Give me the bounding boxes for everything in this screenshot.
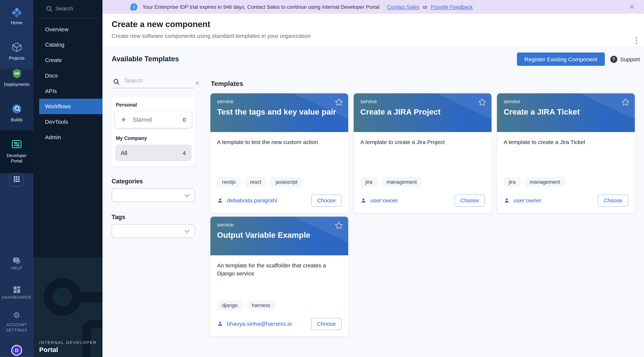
tag-chip: react xyxy=(245,177,266,187)
sidebar-search[interactable]: Search xyxy=(33,0,102,18)
choose-button[interactable]: Choose xyxy=(311,318,342,330)
all-label: All xyxy=(121,150,127,156)
rail-item-developer-portal[interactable] xyxy=(0,138,33,152)
all-count: 4 xyxy=(182,150,186,156)
owner-link[interactable]: user:owner xyxy=(360,198,398,204)
card-header: service Output Variable Example xyxy=(210,216,348,255)
page-subtitle: Create new software components using sta… xyxy=(112,33,310,39)
person-icon xyxy=(217,198,224,204)
rail-item-dashboards[interactable] xyxy=(0,285,33,296)
card-type: service xyxy=(504,99,628,104)
sidebar-footer: INTERNAL DEVELOPER Portal xyxy=(33,258,102,357)
info-icon: i xyxy=(130,3,138,10)
all-filter[interactable]: All 4 xyxy=(115,144,192,161)
card-title: Create a JIRA Ticket xyxy=(504,108,628,117)
filters-panel: Personal ★ Starred 0 My Company All 4 Ca… xyxy=(112,77,195,238)
card-footer: user:owner Choose xyxy=(504,194,628,207)
star-outline-icon[interactable] xyxy=(334,98,343,108)
register-existing-component-button[interactable]: Register Existing Component xyxy=(517,52,605,66)
card-tags: jira management xyxy=(504,177,628,187)
card-footer: user:owner Choose xyxy=(360,194,485,207)
tag-chip: management xyxy=(525,177,565,187)
choose-button[interactable]: Choose xyxy=(454,194,485,207)
choose-button[interactable]: Choose xyxy=(598,194,628,207)
card-tags: nextjs react javascript xyxy=(217,177,342,187)
search-icon xyxy=(46,6,53,12)
gear-icon: ⚙ xyxy=(13,310,20,319)
grid-icon xyxy=(14,176,20,184)
sidebar-item-devtools[interactable]: DevTools xyxy=(33,114,102,130)
star-icon: ★ xyxy=(121,116,126,123)
ownership-filter-panel: Personal ★ Starred 0 My Company All 4 xyxy=(112,97,195,166)
card-title: Output Variable Example xyxy=(217,231,342,240)
tag-chip: management xyxy=(382,177,422,187)
sidebar-item-workflows[interactable]: Workflows xyxy=(39,99,102,114)
page-title: Create a new component xyxy=(112,20,210,29)
tag-chip: jira xyxy=(504,177,521,187)
tag-chip: django xyxy=(217,300,243,310)
star-outline-icon[interactable] xyxy=(334,221,343,232)
my-company-label: My Company xyxy=(116,136,192,141)
owner-name: bhavya.sinha@harness.io xyxy=(227,321,292,327)
rail-item-developer-portal-label: Developer Portal xyxy=(0,153,33,164)
templates-heading: Templates xyxy=(211,80,635,88)
card-tags: django harness xyxy=(217,300,342,310)
question-mark-icon: ? xyxy=(610,56,617,62)
star-outline-icon[interactable] xyxy=(478,98,486,108)
categories-select[interactable] xyxy=(112,188,195,202)
module-rail: Home Projects Deployments Builds Develop… xyxy=(0,0,33,357)
sidebar-item-catalog[interactable]: Catalog xyxy=(33,37,102,52)
sidebar-item-create[interactable]: Create xyxy=(33,52,102,68)
sidebar-item-overview[interactable]: Overview xyxy=(33,22,102,37)
owner-link[interactable]: debabrata.panigrahi xyxy=(217,198,277,204)
tags-label: Tags xyxy=(112,214,195,220)
tag-chip: jira xyxy=(360,177,377,187)
rail-item-account-settings[interactable]: ⚙ xyxy=(0,311,33,320)
sidebar-item-admin[interactable]: Admin xyxy=(33,130,102,145)
builds-icon xyxy=(11,103,22,116)
banner-close-icon[interactable] xyxy=(629,4,635,11)
card-body: A template to test the new custom action… xyxy=(210,132,348,213)
rail-item-home[interactable] xyxy=(0,7,33,20)
rail-item-builds[interactable] xyxy=(0,103,33,116)
owner-name: debabrata.panigrahi xyxy=(227,198,277,204)
starred-count: 0 xyxy=(182,116,186,123)
sidebar-search-placeholder: Search xyxy=(55,6,73,12)
owner-link[interactable]: bhavya.sinha@harness.io xyxy=(217,321,292,327)
star-outline-icon[interactable] xyxy=(621,98,630,108)
user-avatar[interactable]: D xyxy=(11,345,22,356)
template-card: service Output Variable Example An templ… xyxy=(210,216,348,336)
card-body: A template to create a Jira Project jira… xyxy=(354,132,492,213)
categories-label: Categories xyxy=(112,178,195,185)
support-label: Support xyxy=(620,56,640,62)
module-picker-button[interactable] xyxy=(10,173,24,187)
sidebar-item-apis[interactable]: APIs xyxy=(33,83,102,99)
rail-item-projects[interactable] xyxy=(0,42,33,54)
tag-chip: nextjs xyxy=(217,177,241,187)
page-header: Create a new component Create new softwa… xyxy=(102,14,644,47)
tags-select[interactable] xyxy=(112,224,195,238)
chevron-down-icon xyxy=(184,194,190,198)
template-search-input[interactable] xyxy=(124,77,178,84)
template-card: service Create a JIRA Project A template… xyxy=(354,93,492,213)
card-body: An template for the scaffolder that crea… xyxy=(210,255,348,336)
choose-button[interactable]: Choose xyxy=(311,194,342,207)
contact-sales-link[interactable]: Contact Sales xyxy=(387,4,420,10)
templates-grid: service Test the tags and key value pair… xyxy=(210,93,635,337)
owner-link[interactable]: user:owner xyxy=(504,198,542,204)
card-header: service Test the tags and key value pair xyxy=(210,93,348,132)
main-area: i Your Enterprise IDP trial expires in 9… xyxy=(102,0,644,357)
rail-item-dashboards-label: DASHBOARDS xyxy=(0,294,33,300)
support-button[interactable]: ? Support xyxy=(610,56,640,62)
templates-section: Templates service Test the tags and key … xyxy=(210,77,635,337)
kebab-menu-icon[interactable] xyxy=(633,37,640,44)
provide-feedback-link[interactable]: Provide Feedback xyxy=(431,4,473,10)
rail-item-deployments[interactable] xyxy=(0,68,33,81)
sidebar-divider xyxy=(39,18,96,19)
search-icon xyxy=(113,78,120,85)
card-description: A template to test the new custom action xyxy=(217,139,342,146)
starred-filter[interactable]: ★ Starred 0 xyxy=(115,111,192,128)
trial-banner: i Your Enterprise IDP trial expires in 9… xyxy=(102,0,644,14)
rail-item-deployments-label: Deployments xyxy=(0,82,33,87)
sidebar-item-docs[interactable]: Docs xyxy=(33,68,102,83)
